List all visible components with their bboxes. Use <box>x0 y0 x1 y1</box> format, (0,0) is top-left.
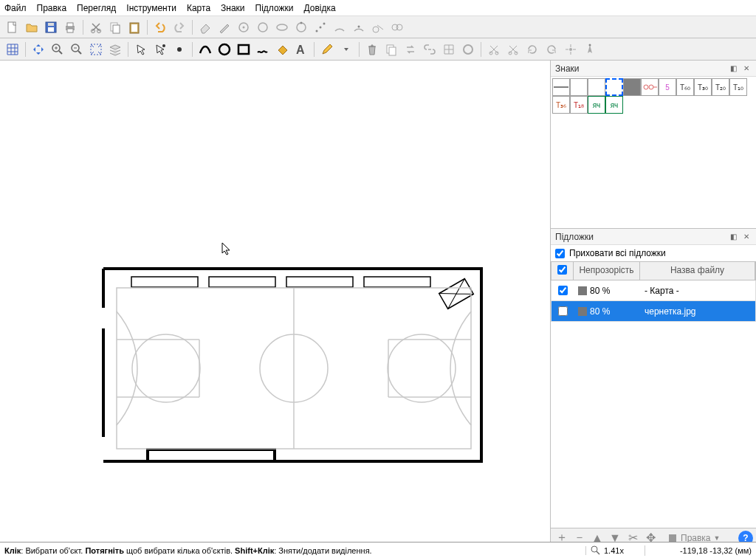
redo-button[interactable] <box>171 18 188 36</box>
new-file-button[interactable] <box>4 18 21 36</box>
hide-all-checkbox[interactable] <box>555 249 565 258</box>
layers-panel: Підложки ◧ ✕ Приховати всі підложки Непр… <box>551 229 756 548</box>
sign-item[interactable]: T₁₀ <box>729 78 747 96</box>
close-icon[interactable]: ✕ <box>741 63 752 74</box>
layer-checkbox[interactable] <box>558 286 568 295</box>
tool-dots-icon[interactable] <box>312 18 329 36</box>
layer-row-selected[interactable]: 80 % чернетка.jpg <box>551 301 756 322</box>
sign-item-selected[interactable] <box>605 78 623 96</box>
open-file-button[interactable] <box>23 18 41 36</box>
scissors2-icon[interactable] <box>504 41 522 58</box>
menu-tools[interactable]: Інструменти <box>126 3 176 13</box>
tool-circle2-icon[interactable] <box>254 18 272 36</box>
menu-layers[interactable]: Підложки <box>255 3 294 13</box>
sign-item[interactable]: яч <box>605 96 623 114</box>
pencil-tool[interactable] <box>318 41 336 58</box>
move-button[interactable] <box>30 41 47 58</box>
status-hint: Клік: Вибрати об'єкт. Потягніть щоб вибр… <box>0 546 586 555</box>
tool-circle1-icon[interactable] <box>235 18 252 36</box>
text-tool[interactable]: A <box>292 41 310 58</box>
sign-item[interactable]: 5 <box>659 78 676 96</box>
curve-tool[interactable] <box>196 41 214 58</box>
canvas[interactable] <box>0 61 550 548</box>
svg-point-41 <box>569 48 572 51</box>
circle-tool[interactable] <box>216 41 233 58</box>
svg-rect-44 <box>209 277 275 287</box>
copy-button[interactable] <box>106 18 124 36</box>
opacity-swatch <box>578 286 587 295</box>
point-tool[interactable] <box>171 41 188 58</box>
status-coord: -119,18 -13,32 (мм) <box>645 546 756 555</box>
layers-button[interactable] <box>106 41 124 58</box>
cursor-icon <box>221 242 232 255</box>
print-button[interactable] <box>61 18 79 36</box>
cut-button[interactable] <box>87 18 105 36</box>
tool-eraser-icon[interactable] <box>196 18 214 36</box>
link-button[interactable] <box>421 41 439 58</box>
svg-rect-45 <box>286 277 353 287</box>
status-zoom[interactable]: 1.41x <box>586 545 645 556</box>
menu-help[interactable]: Довідка <box>304 3 336 13</box>
undock-icon[interactable]: ◧ <box>728 63 738 74</box>
trash-button[interactable] <box>363 41 381 58</box>
swap-button[interactable] <box>402 41 419 58</box>
scissors1-icon[interactable] <box>485 41 503 58</box>
rotate-ccw-icon[interactable] <box>543 41 560 58</box>
sign-item[interactable]: яч <box>588 96 605 114</box>
tool-knife-icon[interactable] <box>216 18 233 36</box>
sign-item[interactable]: T₃₀ <box>694 78 712 96</box>
menu-signs[interactable]: Знаки <box>221 3 245 13</box>
menu-file[interactable]: Файл <box>4 3 27 13</box>
menu-view[interactable]: Перегляд <box>77 3 116 13</box>
layer-checkbox[interactable] <box>558 306 568 316</box>
center-icon[interactable] <box>562 41 580 58</box>
sign-item[interactable]: T₁₈ <box>570 96 588 114</box>
copy2-button[interactable] <box>382 41 400 58</box>
svg-rect-3 <box>48 23 54 26</box>
sign-item[interactable]: T₆₀ <box>676 78 694 96</box>
svg-point-14 <box>243 27 245 29</box>
snap-grid-icon[interactable] <box>440 41 458 58</box>
tool-ellipse-icon[interactable] <box>273 18 291 36</box>
save-file-button[interactable] <box>42 18 60 36</box>
menu-map[interactable]: Карта <box>187 3 210 13</box>
compass-icon[interactable] <box>581 41 599 58</box>
menu-edit[interactable]: Правка <box>37 3 67 13</box>
sign-item[interactable] <box>641 78 659 96</box>
tool-circle3-icon[interactable] <box>292 18 310 36</box>
sign-item[interactable] <box>588 78 605 96</box>
tool-circles-icon[interactable] <box>388 18 406 36</box>
fill-tool[interactable] <box>273 41 291 58</box>
col-opacity[interactable]: Непрозорість <box>574 262 640 280</box>
svg-point-51 <box>132 334 200 402</box>
zoom-out-button[interactable] <box>68 41 86 58</box>
sign-item[interactable] <box>623 78 641 96</box>
ring-icon[interactable] <box>459 41 477 58</box>
svg-point-30 <box>177 47 182 52</box>
paste-button[interactable] <box>126 18 143 36</box>
tool-arc2-icon[interactable] <box>350 18 368 36</box>
grid-button[interactable] <box>4 41 21 58</box>
edit-tool[interactable] <box>151 41 169 58</box>
freehand-tool[interactable] <box>254 41 272 58</box>
dropdown-icon[interactable] <box>337 41 355 58</box>
signs-panel-title: Знаки <box>555 63 725 74</box>
sign-item[interactable] <box>552 78 570 96</box>
col-name[interactable]: Назва файлу <box>640 262 755 280</box>
sign-item[interactable] <box>570 78 588 96</box>
header-checkbox[interactable] <box>557 265 567 275</box>
svg-point-20 <box>320 27 322 29</box>
close-icon[interactable]: ✕ <box>741 232 752 242</box>
tool-arc1-icon[interactable] <box>331 18 348 36</box>
undock-icon[interactable]: ◧ <box>728 232 738 242</box>
sign-item[interactable]: T₂₀ <box>712 78 729 96</box>
layer-row[interactable]: 80 % - Карта - <box>551 280 756 301</box>
sign-item[interactable]: T₃₆ <box>552 96 570 114</box>
zoom-in-button[interactable] <box>49 41 66 58</box>
undo-button[interactable] <box>151 18 169 36</box>
rect-tool[interactable] <box>235 41 252 58</box>
tool-tangent-icon[interactable] <box>369 18 387 36</box>
zoom-fit-button[interactable] <box>87 41 105 58</box>
select-tool[interactable] <box>132 41 150 58</box>
rotate-cw-icon[interactable] <box>523 41 541 58</box>
